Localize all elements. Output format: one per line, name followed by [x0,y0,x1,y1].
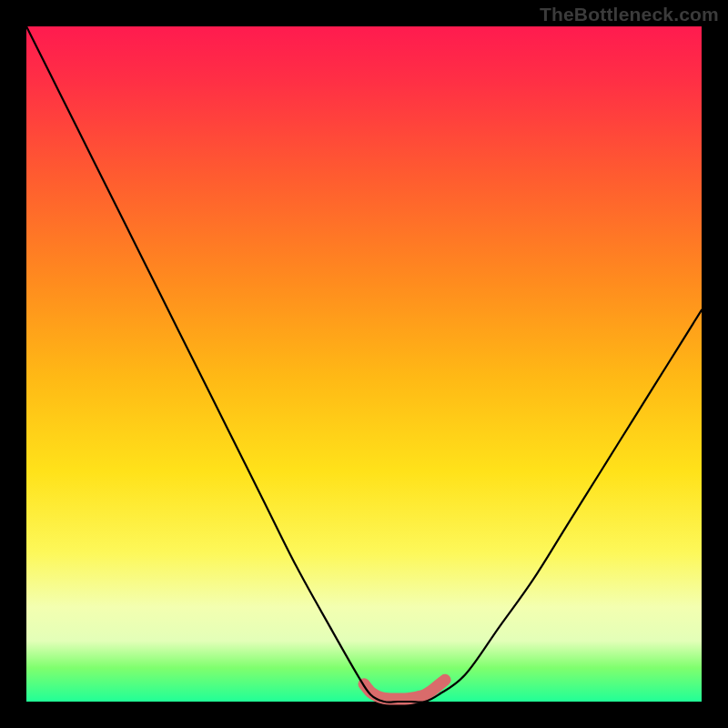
watermark-text: TheBottleneck.com [540,4,719,25]
chart-svg [26,26,702,702]
bottleneck-curve-path [26,26,702,703]
trough-marker-path [364,680,445,699]
plot-area [26,26,702,702]
chart-frame: TheBottleneck.com [0,0,728,728]
